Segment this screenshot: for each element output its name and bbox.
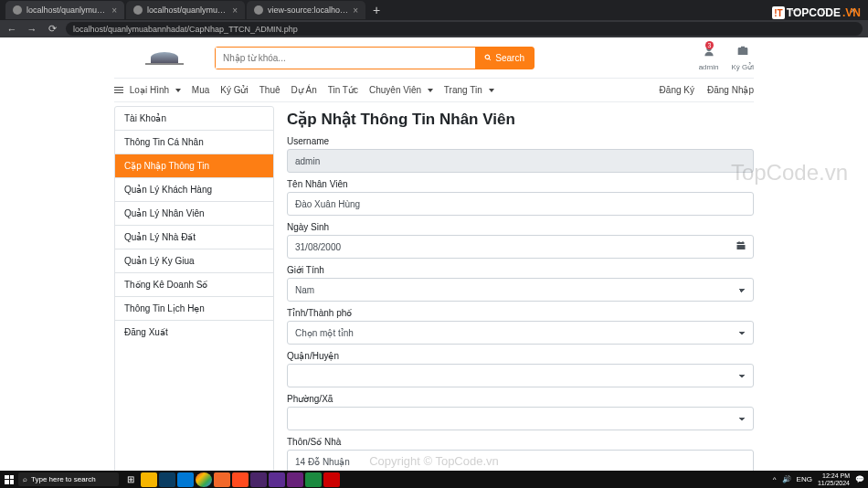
nav-mua[interactable]: Mua — [192, 85, 209, 95]
nav-kygui[interactable]: Ký Gửi — [220, 85, 248, 95]
sidebar-item-schedule[interactable]: Thông Tin Lịch Hẹn — [115, 297, 273, 321]
browser-tab[interactable]: localhost/quanlymuabannhadat... × — [5, 1, 124, 19]
sidebar-item-profile[interactable]: Thông Tin Cá Nhân — [115, 131, 273, 154]
tray-notif-icon[interactable]: 💬 — [855, 475, 864, 483]
sidebar-item-account[interactable]: Tài Khoản — [115, 107, 273, 131]
input-dob[interactable] — [287, 235, 754, 259]
sidebar-item-stats[interactable]: Thống Kê Doanh Số — [115, 273, 273, 297]
edge-icon[interactable] — [177, 472, 194, 487]
page-title: Cặp Nhật Thông Tin Nhân Viên — [287, 110, 754, 129]
nav-register[interactable]: Đăng Ký — [660, 85, 694, 95]
app-icon[interactable] — [141, 472, 157, 487]
address-bar: ← → ⟳ localhost/quanlymuabannhadat/CapNh… — [0, 20, 868, 37]
favicon-icon — [254, 5, 263, 15]
new-tab-button[interactable]: + — [367, 3, 386, 17]
url-input[interactable]: localhost/quanlymuabannhadat/CapNhap_TTC… — [66, 22, 863, 36]
start-button[interactable] — [0, 475, 18, 484]
tray-lang[interactable]: ENG — [797, 475, 812, 483]
task-view-icon[interactable]: ⊞ — [122, 472, 139, 487]
label-province: Tỉnh/Thành phố — [287, 308, 754, 318]
main-nav: Loại Hình Mua Ký Gửi Thuê Dự Án Tin Tức … — [114, 78, 754, 102]
label-gender: Giới Tính — [287, 265, 754, 275]
caret-down-icon — [175, 89, 181, 92]
favicon-icon — [13, 5, 22, 15]
site-header: Search 3 admin Ký Gửi — [114, 37, 754, 78]
site-logo[interactable] — [114, 52, 215, 63]
page-content: Search 3 admin Ký Gửi Loại Hình Mua — [0, 37, 868, 471]
sidebar-item-logout[interactable]: Đăng Xuất — [115, 321, 273, 344]
topcode-logo-wm: !T TOPCODE .VN — [772, 6, 861, 19]
label-username: Username — [287, 136, 754, 146]
hamburger-icon — [114, 87, 123, 94]
search-input[interactable] — [216, 48, 475, 69]
app-icon[interactable] — [232, 472, 249, 487]
tray-clock[interactable]: 12:24 PM 11/25/2024 — [818, 472, 850, 487]
tray-volume-icon[interactable]: 🔊 — [782, 475, 791, 483]
forward-icon[interactable]: → — [26, 24, 38, 35]
tab-strip: localhost/quanlymuabannhadat... × localh… — [0, 0, 868, 20]
label-dob: Ngày Sinh — [287, 222, 754, 232]
select-province[interactable]: Chọn một tỉnh — [287, 321, 754, 345]
reload-icon[interactable]: ⟳ — [46, 23, 58, 35]
briefcase-icon — [735, 44, 751, 58]
app-icon[interactable] — [250, 472, 267, 487]
calendar-icon[interactable] — [736, 240, 746, 251]
label-ward: Phường/Xã — [287, 394, 754, 404]
sidebar-item-update[interactable]: Cặp Nhập Thông Tin — [115, 154, 273, 178]
input-username — [287, 149, 754, 173]
caret-down-icon — [428, 89, 433, 92]
browser-chrome: localhost/quanlymuabannhadat... × localh… — [0, 0, 868, 37]
search-button[interactable]: Search — [475, 48, 534, 69]
nav-duan[interactable]: Dự Án — [291, 85, 317, 95]
admin-menu[interactable]: 3 admin — [699, 44, 719, 71]
browser-tab[interactable]: view-source:localhost/quanlyn... × — [247, 1, 365, 19]
browser-tab[interactable]: localhost/quanlymuabannhadat... × — [126, 1, 245, 19]
app-icon[interactable] — [214, 472, 230, 487]
select-gender[interactable]: Nam — [287, 278, 754, 302]
tray-chevron-icon[interactable]: ^ — [773, 475, 777, 483]
nav-tintuc[interactable]: Tin Tức — [328, 85, 358, 95]
taskbar-search[interactable]: ⌕ Type here to search — [18, 472, 119, 486]
input-address[interactable] — [287, 450, 754, 471]
close-icon[interactable]: × — [232, 5, 238, 16]
sidebar-item-staff[interactable]: Quản Lý Nhân Viên — [115, 202, 273, 226]
nav-thue[interactable]: Thuê — [259, 85, 281, 95]
label-name: Tên Nhân Viên — [287, 179, 754, 189]
windows-icon — [5, 475, 14, 484]
search-icon: ⌕ — [23, 475, 27, 483]
admin-sidebar: Tài Khoản Thông Tin Cá Nhân Cặp Nhập Thô… — [114, 106, 274, 471]
nav-chuyenvien[interactable]: Chuyên Viên — [369, 85, 433, 95]
close-icon[interactable]: × — [353, 5, 358, 16]
search-box: Search — [215, 47, 535, 69]
label-address: Thôn/Số Nhà — [287, 437, 754, 447]
nav-login[interactable]: Đăng Nhập — [707, 85, 754, 95]
nav-loaihinh[interactable]: Loại Hình — [114, 85, 181, 95]
favicon-icon — [133, 5, 143, 15]
close-icon[interactable]: × — [111, 5, 117, 16]
windows-taskbar: ⌕ Type here to search ⊞ ^ 🔊 ENG 12:24 PM… — [0, 471, 868, 488]
app-icon[interactable] — [323, 472, 340, 487]
select-district[interactable] — [287, 364, 754, 387]
form-panel: Cặp Nhật Thông Tin Nhân Viên Username Tê… — [283, 106, 754, 471]
sidebar-item-customers[interactable]: Quản Lý Khách Hàng — [115, 178, 273, 202]
select-ward[interactable] — [287, 407, 754, 430]
app-icon[interactable] — [159, 472, 175, 487]
sidebar-item-properties[interactable]: Quản Lý Nhà Đất — [115, 226, 273, 249]
back-icon[interactable]: ← — [5, 24, 18, 35]
app-icon[interactable] — [287, 472, 303, 487]
input-name[interactable] — [287, 192, 754, 216]
sidebar-item-consign[interactable]: Quản Lý Ky Giua — [115, 249, 273, 273]
chrome-icon[interactable] — [196, 472, 212, 487]
label-district: Quận/Huyện — [287, 351, 754, 361]
app-icon[interactable] — [305, 472, 322, 487]
nav-trangtin[interactable]: Trang Tin — [444, 85, 494, 95]
cart-menu[interactable]: Ký Gửi — [731, 44, 754, 71]
search-icon — [484, 54, 492, 62]
vs-icon[interactable] — [269, 472, 285, 487]
caret-down-icon — [489, 89, 494, 92]
